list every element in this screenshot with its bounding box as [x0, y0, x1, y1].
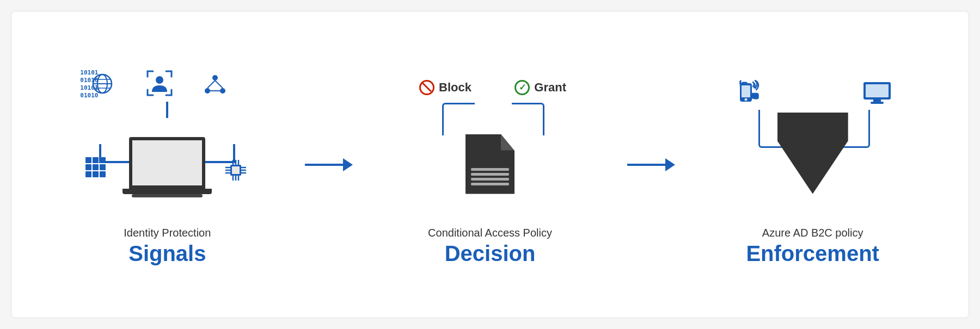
doc-line-2: [471, 173, 509, 176]
arrow-2-line: [627, 164, 665, 166]
phone-icon: [737, 80, 763, 111]
signals-graphic: 10101010101010101010: [80, 69, 254, 210]
monitor-icon: [862, 81, 892, 109]
svg-rect-22: [232, 166, 240, 174]
grid-icon: [84, 156, 106, 178]
svg-rect-41: [871, 102, 884, 104]
svg-rect-19: [93, 171, 99, 177]
svg-point-37: [744, 98, 747, 101]
doc-lines: [471, 168, 509, 188]
svg-point-8: [220, 88, 225, 94]
laptop-screen: [129, 137, 205, 189]
decision-icon-area: Block ✓ Grant: [419, 64, 561, 216]
signals-icon-area: 10101010101010101010: [80, 64, 254, 216]
signals-section: 10101010101010101010: [33, 64, 302, 266]
laptop-foot: [132, 194, 203, 197]
connector-left: [442, 103, 475, 135]
block-icon: [419, 80, 434, 95]
arm-top-connector: [166, 102, 168, 118]
enforcement-section: Azure AD B2C policy Enforcement: [678, 64, 947, 266]
svg-rect-20: [100, 171, 106, 177]
arrow-1-line: [305, 164, 343, 166]
svg-rect-18: [85, 171, 91, 177]
doc-fold: [501, 134, 514, 151]
svg-rect-14: [100, 157, 106, 163]
svg-rect-13: [93, 157, 99, 163]
laptop-screen-inner: [132, 140, 202, 185]
globe-icon: [92, 73, 113, 94]
block-text: Block: [439, 80, 471, 95]
svg-rect-16: [93, 164, 99, 170]
svg-rect-36: [742, 85, 750, 97]
main-container: 10101010101010101010: [11, 11, 969, 318]
svg-line-10: [215, 80, 223, 88]
decision-graphic: Block ✓ Grant: [419, 69, 561, 210]
arrow-2: [627, 158, 675, 171]
svg-rect-40: [873, 100, 881, 102]
svg-line-9: [207, 80, 215, 88]
arrow-decision-to-enforcement: [624, 89, 678, 241]
signals-subtitle: Identity Protection: [124, 227, 211, 239]
doc-line-3: [471, 178, 509, 181]
decision-subtitle: Conditional Access Policy: [428, 227, 552, 239]
doc-body: [465, 134, 514, 194]
enforcement-icon-area: [726, 64, 900, 216]
decision-section: Block ✓ Grant: [356, 64, 624, 266]
svg-rect-12: [85, 157, 91, 163]
document-icon: [465, 134, 514, 194]
laptop-base: [122, 189, 212, 194]
svg-rect-39: [866, 84, 889, 97]
signals-title: Signals: [128, 241, 206, 266]
enforcement-subtitle: Azure AD B2C policy: [762, 227, 863, 239]
person-frame-icon: [145, 69, 174, 97]
svg-point-6: [212, 75, 218, 80]
doc-line-4: [471, 183, 509, 185]
decision-title: Decision: [445, 241, 536, 266]
block-label: Block: [419, 80, 471, 95]
doc-line-1: [471, 168, 509, 171]
grant-icon: ✓: [514, 80, 530, 95]
network-icon: [203, 73, 227, 97]
arrow-2-head: [665, 158, 675, 171]
grant-label: ✓ Grant: [514, 80, 566, 95]
connector-right: [512, 103, 544, 135]
svg-rect-17: [100, 164, 106, 170]
arrow-1-head: [343, 158, 353, 171]
arrow-1: [305, 158, 353, 171]
chip-icon: [225, 160, 246, 181]
shield-icon: [777, 113, 848, 194]
enforcement-title: Enforcement: [746, 241, 879, 266]
arrow-signals-to-decision: [302, 89, 356, 241]
grant-text: Grant: [534, 80, 566, 95]
enforcement-graphic: [726, 69, 900, 210]
svg-point-5: [156, 76, 163, 84]
svg-rect-15: [85, 164, 91, 170]
svg-point-7: [205, 88, 210, 94]
